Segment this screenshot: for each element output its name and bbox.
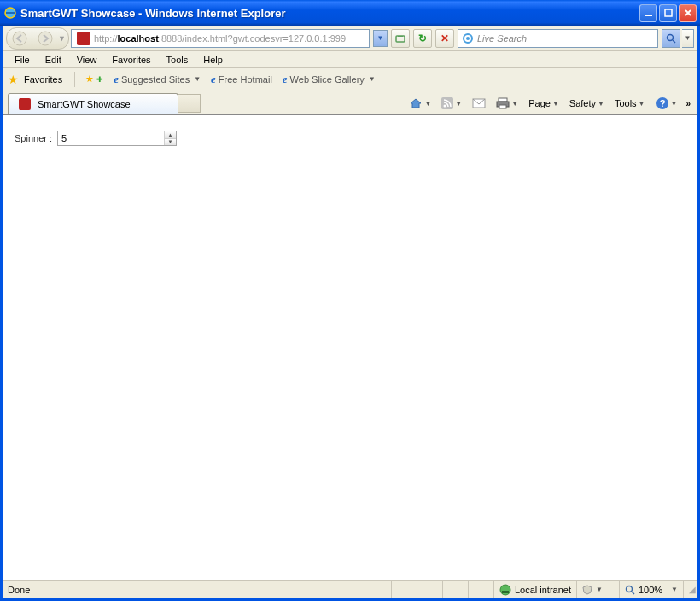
toolbar-overflow[interactable]: »	[684, 99, 692, 108]
intranet-icon	[499, 584, 511, 596]
security-zone[interactable]: Local intranet	[494, 581, 577, 598]
ie-icon: e	[283, 73, 288, 86]
svg-point-3	[13, 32, 26, 45]
menubar: File Edit View Favorites Tools Help	[3, 51, 697, 68]
tab-title: SmartGWT Showcase	[38, 99, 131, 109]
svg-rect-5	[396, 36, 405, 42]
search-placeholder: Live Search	[477, 33, 527, 44]
svg-rect-13	[499, 98, 507, 102]
search-box[interactable]: Live Search	[458, 29, 658, 48]
search-provider-dropdown[interactable]: ▼	[682, 29, 694, 48]
spinner-form-row: Spinner : ▲ ▼	[15, 131, 685, 146]
compat-view-button[interactable]	[391, 29, 410, 48]
page-content: Spinner : ▲ ▼	[3, 114, 697, 580]
page-menu[interactable]: Page▼	[525, 96, 563, 110]
chevron-down-icon: ▼	[671, 586, 678, 593]
close-button[interactable]	[679, 4, 697, 22]
spinner-up-button[interactable]: ▲	[165, 131, 176, 139]
nav-history-dropdown[interactable]: ▼	[58, 34, 68, 43]
stop-button[interactable]: ✕	[435, 29, 454, 48]
favorites-bar: ★ Favorites ★✚ eSuggested Sites▼ eFree H…	[3, 68, 697, 90]
menu-file[interactable]: File	[8, 53, 37, 67]
zoom-control[interactable]: 100% ▼	[620, 581, 684, 598]
spinner-label: Spinner :	[15, 133, 52, 143]
refresh-button[interactable]: ↻	[413, 29, 432, 48]
status-text: Done	[3, 581, 392, 598]
read-mail-button[interactable]	[469, 96, 489, 110]
protected-mode[interactable]: ▼	[577, 581, 620, 598]
address-dropdown[interactable]: ▼	[373, 30, 388, 47]
tab-smartgwt-showcase[interactable]: SmartGWT Showcase	[8, 93, 178, 114]
safety-menu[interactable]: Safety▼	[566, 96, 608, 110]
chevron-down-icon: ▼	[369, 75, 376, 83]
site-icon	[77, 32, 90, 45]
chevron-down-icon: ▼	[194, 75, 201, 83]
spinner-input[interactable]	[58, 131, 164, 145]
svg-point-4	[38, 32, 52, 45]
tools-menu[interactable]: Tools▼	[611, 96, 649, 110]
tab-favicon	[19, 98, 31, 110]
free-hotmail-link[interactable]: eFree Hotmail	[207, 71, 276, 88]
address-text: http://localhost:8888/index.html?gwt.cod…	[94, 33, 346, 44]
ie-app-icon	[3, 6, 17, 20]
search-go-button[interactable]	[662, 29, 680, 48]
svg-rect-19	[502, 591, 509, 593]
svg-point-11	[444, 105, 446, 108]
back-button[interactable]	[7, 28, 32, 49]
status-cell	[469, 581, 494, 598]
menu-tools[interactable]: Tools	[160, 53, 195, 67]
menu-view[interactable]: View	[70, 53, 104, 67]
home-button[interactable]: ▼	[405, 95, 435, 112]
address-bar[interactable]: http://localhost:8888/index.html?gwt.cod…	[71, 29, 370, 48]
spinner-control: ▲ ▼	[57, 131, 177, 146]
window-title: SmartGWT Showcase - Windows Internet Exp…	[20, 7, 639, 20]
ie-icon: e	[211, 73, 216, 86]
add-to-favorites-bar[interactable]: ★✚	[82, 72, 107, 86]
resize-grip[interactable]: ◢	[684, 583, 697, 596]
ie-icon: e	[114, 73, 119, 86]
svg-rect-2	[665, 9, 672, 16]
status-cell	[417, 581, 443, 598]
spinner-down-button[interactable]: ▼	[165, 139, 176, 146]
tab-row: SmartGWT Showcase ▼ ▼ ▼ Page▼ Safety▼ To…	[3, 90, 697, 114]
forward-button[interactable]	[32, 28, 58, 49]
new-tab-button[interactable]	[178, 94, 201, 113]
zoom-icon	[625, 585, 635, 595]
menu-edit[interactable]: Edit	[38, 53, 68, 67]
svg-rect-1	[645, 15, 652, 16]
status-bar: Done Local intranet ▼ 100% ▼ ◢	[3, 580, 697, 598]
navigation-toolbar: ▼ http://localhost:8888/index.html?gwt.c…	[3, 26, 697, 51]
status-cell	[443, 581, 469, 598]
favorites-label[interactable]: Favorites	[24, 74, 62, 85]
command-bar: ▼ ▼ ▼ Page▼ Safety▼ Tools▼ ?▼ »	[405, 93, 692, 114]
svg-rect-15	[499, 105, 506, 108]
svg-rect-6	[398, 36, 403, 37]
svg-point-18	[500, 585, 510, 595]
chevron-down-icon: ▼	[596, 586, 603, 593]
print-button[interactable]: ▼	[493, 96, 522, 111]
bing-icon	[462, 32, 474, 44]
suggested-sites-link[interactable]: eSuggested Sites▼	[110, 71, 204, 88]
separator	[74, 72, 75, 87]
minimize-button[interactable]	[639, 4, 657, 22]
status-cell	[392, 581, 417, 598]
favorites-star-icon[interactable]: ★	[8, 73, 19, 86]
svg-point-8	[466, 37, 470, 40]
svg-point-9	[668, 34, 674, 40]
maximize-button[interactable]	[659, 4, 677, 22]
help-button[interactable]: ?▼	[652, 95, 681, 112]
web-slice-gallery-link[interactable]: eWeb Slice Gallery▼	[279, 71, 379, 88]
svg-text:?: ?	[659, 98, 665, 108]
shield-icon	[582, 585, 592, 595]
feeds-button[interactable]: ▼	[438, 96, 465, 111]
menu-favorites[interactable]: Favorites	[105, 53, 157, 67]
svg-point-20	[627, 586, 633, 592]
menu-help[interactable]: Help	[196, 53, 230, 67]
titlebar: SmartGWT Showcase - Windows Internet Exp…	[0, 0, 700, 26]
